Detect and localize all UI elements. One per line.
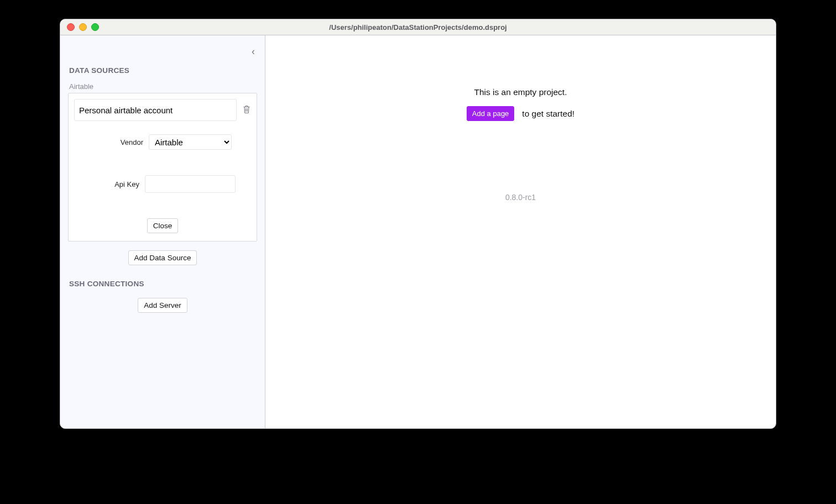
empty-project-message: This is an empty project. <box>474 87 567 97</box>
window-controls <box>60 23 99 31</box>
version-label: 0.8.0-rc1 <box>505 193 536 202</box>
add-page-button[interactable]: Add a page <box>467 106 515 121</box>
minimize-window-button[interactable] <box>79 23 87 31</box>
vendor-label: Vendor <box>93 138 143 146</box>
vendor-select[interactable]: Airtable <box>149 134 232 150</box>
trash-icon <box>243 105 250 116</box>
data-source-card: Vendor Airtable Api Key Close <box>68 93 257 242</box>
main-content: This is an empty project. Add a page to … <box>265 35 776 428</box>
chevron-left-icon: ‹ <box>252 46 255 57</box>
delete-data-source-button[interactable] <box>242 105 251 115</box>
data-source-type-label: Airtable <box>69 82 257 91</box>
app-window: /Users/philipeaton/DataStationProjects/d… <box>60 19 776 429</box>
titlebar: /Users/philipeaton/DataStationProjects/d… <box>60 19 776 35</box>
api-key-input[interactable] <box>145 175 236 193</box>
add-server-button[interactable]: Add Server <box>138 298 187 313</box>
data-sources-heading: DATA SOURCES <box>69 66 257 75</box>
api-key-label: Api Key <box>90 180 139 188</box>
sidebar: ‹ DATA SOURCES Airtable <box>60 35 265 428</box>
collapse-sidebar-button[interactable]: ‹ <box>249 44 257 59</box>
add-data-source-button[interactable]: Add Data Source <box>128 250 197 265</box>
data-source-name-input[interactable] <box>74 99 237 121</box>
empty-project-cta: Add a page to get started! <box>467 106 574 121</box>
cta-suffix-text: to get started! <box>522 109 574 119</box>
window-title: /Users/philipeaton/DataStationProjects/d… <box>60 23 776 32</box>
close-card-button[interactable]: Close <box>147 218 179 233</box>
zoom-window-button[interactable] <box>91 23 99 31</box>
close-window-button[interactable] <box>67 23 75 31</box>
ssh-connections-heading: SSH CONNECTIONS <box>69 280 257 288</box>
